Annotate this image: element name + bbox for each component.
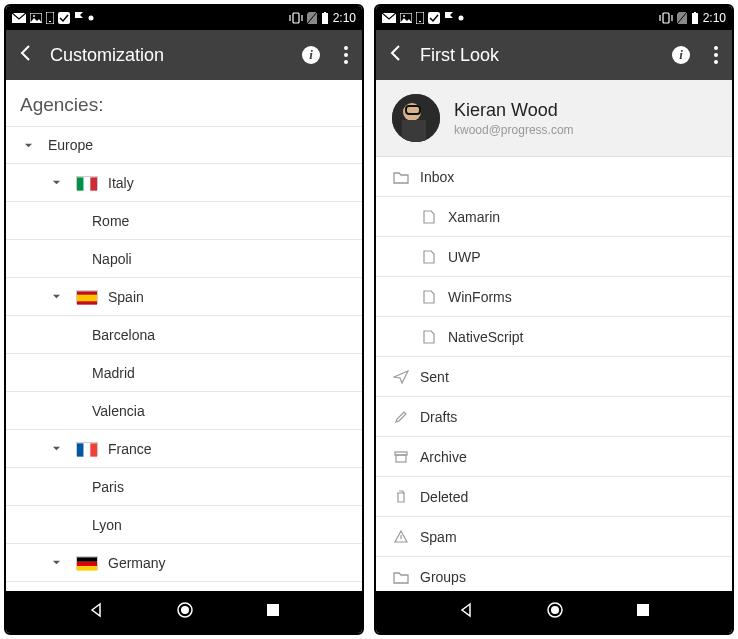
profile-email: kwood@progress.com xyxy=(454,123,574,137)
back-icon[interactable] xyxy=(386,43,406,67)
tree-item-barcelona[interactable]: Barcelona xyxy=(6,316,362,354)
nav-back-icon[interactable] xyxy=(458,602,474,622)
folder-groups[interactable]: Groups xyxy=(376,557,732,591)
image-icon xyxy=(400,13,412,23)
avatar xyxy=(392,94,440,142)
tree-item-paris[interactable]: Paris xyxy=(6,468,362,506)
svg-rect-5 xyxy=(58,12,70,24)
status-bar: 2:10 xyxy=(376,6,732,30)
battery-icon xyxy=(321,12,329,24)
folder-archive[interactable]: Archive xyxy=(376,437,732,477)
tree-label: Valencia xyxy=(92,403,145,419)
nav-home-icon[interactable] xyxy=(546,601,564,623)
svg-rect-10 xyxy=(77,177,84,190)
chevron-down-icon xyxy=(52,292,64,301)
folder-label: Groups xyxy=(420,569,466,585)
chevron-down-icon xyxy=(52,558,64,567)
tree-label: Rome xyxy=(92,213,129,229)
nav-back-icon[interactable] xyxy=(88,602,104,622)
overflow-menu-icon[interactable] xyxy=(340,42,352,68)
folder-inbox[interactable]: Inbox xyxy=(376,157,732,197)
folder-label: Spam xyxy=(420,529,457,545)
battery-icon xyxy=(691,12,699,24)
tree-label: Europe xyxy=(48,137,93,153)
svg-rect-17 xyxy=(90,443,97,456)
tree-label: Madrid xyxy=(92,365,135,381)
folder-uwp[interactable]: UWP xyxy=(376,237,732,277)
tree-item-europe[interactable]: Europe xyxy=(6,126,362,164)
svg-rect-3 xyxy=(46,12,54,24)
tree-item-france[interactable]: France xyxy=(6,430,362,468)
svg-point-30 xyxy=(459,16,464,21)
page-title: First Look xyxy=(420,45,658,66)
flag-italy-icon xyxy=(76,176,98,190)
folder-label: NativeScript xyxy=(448,329,523,345)
svg-rect-4 xyxy=(49,21,51,22)
overflow-menu-icon[interactable] xyxy=(710,42,722,68)
nav-home-icon[interactable] xyxy=(176,601,194,623)
folder-drafts[interactable]: Drafts xyxy=(376,397,732,437)
tree-item-spain[interactable]: Spain xyxy=(6,278,362,316)
folder-nativescript[interactable]: NativeScript xyxy=(376,317,732,357)
phone-right: 2:10 First Look i Kieran Wood kwood@prog… xyxy=(374,4,734,635)
file-icon xyxy=(420,210,438,224)
folder-label: Drafts xyxy=(420,409,457,425)
svg-rect-28 xyxy=(419,21,421,22)
svg-rect-23 xyxy=(267,604,279,616)
chevron-down-icon xyxy=(24,141,36,150)
profile-card: Kieran Wood kwood@progress.com xyxy=(376,80,732,157)
dot-icon xyxy=(458,15,464,21)
folder-open-icon xyxy=(392,570,410,584)
svg-rect-16 xyxy=(84,443,91,456)
tree-item-rome[interactable]: Rome xyxy=(6,202,362,240)
info-icon[interactable]: i xyxy=(672,46,690,64)
folder-winforms[interactable]: WinForms xyxy=(376,277,732,317)
section-title: Agencies: xyxy=(6,80,362,126)
svg-rect-39 xyxy=(396,455,406,462)
check-icon xyxy=(58,12,70,24)
no-sim-icon xyxy=(307,12,317,24)
vibrate-icon xyxy=(659,12,673,24)
file-icon xyxy=(420,250,438,264)
content-left: Agencies: Europe Italy Rome Napoli Spain… xyxy=(6,80,362,591)
nav-recent-icon[interactable] xyxy=(266,603,280,621)
chevron-down-icon xyxy=(52,444,64,453)
folder-deleted[interactable]: Deleted xyxy=(376,477,732,517)
svg-rect-7 xyxy=(293,13,299,23)
folder-label: Xamarin xyxy=(448,209,500,225)
svg-point-6 xyxy=(89,16,94,21)
file-icon xyxy=(420,330,438,344)
nav-recent-icon[interactable] xyxy=(636,603,650,621)
tree-label: Barcelona xyxy=(92,327,155,343)
tree-item-berlin[interactable]: Berlin xyxy=(6,582,362,591)
tree-item-napoli[interactable]: Napoli xyxy=(6,240,362,278)
info-icon[interactable]: i xyxy=(302,46,320,64)
svg-rect-18 xyxy=(77,557,97,561)
vibrate-icon xyxy=(289,12,303,24)
pencil-icon xyxy=(392,410,410,424)
folder-sent[interactable]: Sent xyxy=(376,357,732,397)
svg-rect-45 xyxy=(637,604,649,616)
folder-spam[interactable]: Spam xyxy=(376,517,732,557)
tree-item-madrid[interactable]: Madrid xyxy=(6,354,362,392)
svg-point-2 xyxy=(33,15,35,17)
tree-item-germany[interactable]: Germany xyxy=(6,544,362,582)
tree-label: Napoli xyxy=(92,251,132,267)
check-icon xyxy=(428,12,440,24)
svg-rect-15 xyxy=(77,443,84,456)
tree-item-italy[interactable]: Italy xyxy=(6,164,362,202)
flag-small-icon xyxy=(74,12,84,24)
no-sim-icon xyxy=(677,12,687,24)
tree-label: Italy xyxy=(108,175,134,191)
dot-icon xyxy=(88,15,94,21)
tree-item-valencia[interactable]: Valencia xyxy=(6,392,362,430)
svg-rect-9 xyxy=(324,12,326,13)
tree-item-lyon[interactable]: Lyon xyxy=(6,506,362,544)
svg-point-22 xyxy=(181,606,189,614)
folder-xamarin[interactable]: Xamarin xyxy=(376,197,732,237)
svg-rect-33 xyxy=(694,12,696,13)
folder-label: Inbox xyxy=(420,169,454,185)
folder-label: UWP xyxy=(448,249,481,265)
back-icon[interactable] xyxy=(16,43,36,67)
svg-rect-20 xyxy=(77,566,97,570)
